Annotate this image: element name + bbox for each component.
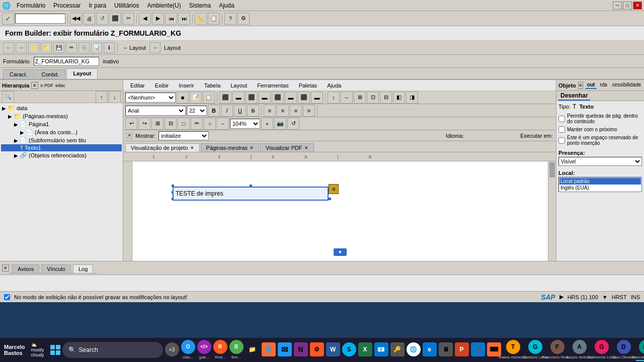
nav-back-button[interactable]: ←: [3, 42, 14, 53]
menu-ambiente[interactable]: Ambiente(U): [143, 1, 185, 10]
menu-tabela[interactable]: Tabela: [200, 81, 224, 89]
taskbar-plus-badge[interactable]: +3: [165, 339, 179, 361]
taskbar-icon-app7[interactable]: 🎧: [471, 339, 485, 361]
nav-forward-button[interactable]: →: [16, 42, 27, 53]
align-justify-button[interactable]: ≡: [303, 105, 315, 117]
next-button[interactable]: ▶: [152, 13, 164, 25]
dt1-align7[interactable]: ⬛: [298, 92, 310, 104]
dt1-btn2[interactable]: 📝: [190, 92, 202, 104]
dt1-btn3[interactable]: 📋: [203, 92, 215, 104]
dt1-align4[interactable]: ▬: [259, 92, 271, 104]
font-select[interactable]: Arial: [125, 106, 186, 116]
right-scrollbar[interactable]: [548, 161, 556, 261]
canvas-tab-close-1[interactable]: ✕: [250, 145, 254, 150]
hierarchy-close-button[interactable]: ✕: [31, 82, 38, 89]
layout2-button[interactable]: 📋: [208, 13, 220, 25]
dt1-btn1[interactable]: ■: [177, 92, 189, 104]
taskbar-icon-edge[interactable]: e: [423, 339, 437, 361]
dt1-send[interactable]: ◨: [406, 92, 418, 104]
up-button[interactable]: ↑: [96, 91, 108, 103]
tab-contxt[interactable]: Contxt.: [35, 69, 65, 79]
props-tab-acess[interactable]: cessibilidade: [610, 81, 643, 89]
zoom-select[interactable]: 104%: [230, 119, 260, 129]
canvas-content[interactable]: TESTE de impres ⚙ ▼: [132, 161, 548, 261]
log-tab-vinculo[interactable]: Vínculo: [41, 264, 71, 273]
log-tab-avisos[interactable]: Avisos: [12, 264, 39, 273]
tree-item-objetos[interactable]: ▶ 🔗 (Objetos referenciados): [1, 151, 122, 159]
taskbar-guilherme[interactable]: G Guilherme Lima: [592, 339, 612, 361]
taskbar-icon-powerpoint[interactable]: P: [455, 339, 469, 361]
tab-layout[interactable]: Layout: [66, 68, 98, 79]
checkbox-quebras-input[interactable]: [558, 116, 565, 122]
taskbar-user-otav[interactable]: O otav...: [181, 339, 195, 361]
scrollbar-thumb[interactable]: [549, 162, 555, 177]
nav-icon3[interactable]: 💾: [53, 42, 64, 53]
start-button[interactable]: [50, 341, 60, 359]
last-button[interactable]: ⏭: [178, 13, 190, 25]
mostrar-select[interactable]: initialize: [158, 131, 209, 140]
checkbox-espaco-input[interactable]: [558, 137, 565, 144]
props-tab-rda[interactable]: rda: [598, 81, 609, 89]
taskbar-icon-app6[interactable]: 🖥: [439, 339, 453, 361]
taskbar-icon-excel[interactable]: X: [358, 339, 372, 361]
log-close-button[interactable]: ✕: [2, 264, 9, 272]
nav-icon4[interactable]: ✏: [66, 42, 77, 53]
dt1-bring[interactable]: ◧: [393, 92, 405, 104]
fontsize-select[interactable]: 22: [187, 106, 207, 116]
tree-item-area[interactable]: ▶ 📄 (Área do conte...): [1, 128, 122, 136]
menu-ferramentas[interactable]: Ferramentas: [253, 81, 292, 89]
element-type-select[interactable]: <Nenhum>: [125, 93, 176, 103]
taskbar-icon-app2[interactable]: ✉: [278, 339, 292, 361]
stop-button[interactable]: ⬛: [109, 13, 121, 25]
scissors-button[interactable]: ✂: [122, 13, 134, 25]
canvas-tab-close-2[interactable]: ✕: [304, 145, 308, 150]
taskbar-icon-app1[interactable]: 🌐: [262, 339, 276, 361]
dt1-arrow[interactable]: ↕: [328, 92, 340, 104]
taskbar-icon-chrome[interactable]: 🌐: [407, 339, 421, 361]
tree-item-texto1[interactable]: T Texto1: [1, 144, 122, 151]
bold-button[interactable]: B: [208, 105, 220, 117]
menu-editar[interactable]: Editar: [126, 81, 149, 89]
dt1-align6[interactable]: ▬: [285, 92, 297, 104]
nav-icon5[interactable]: 📎: [78, 42, 90, 53]
prev-button[interactable]: ◀: [139, 13, 151, 25]
taskbar-user-bre[interactable]: B Bre...: [229, 339, 244, 361]
menu-formulario[interactable]: Formulário: [13, 1, 49, 10]
dt1-grid[interactable]: ⊞: [354, 92, 366, 104]
play-button[interactable]: ▶: [559, 294, 564, 300]
local-list[interactable]: Local padrão Inglês (EUA): [558, 177, 642, 192]
layout-btn[interactable]: →: [149, 42, 160, 53]
menu-sistema[interactable]: Sistema: [185, 1, 215, 10]
taskbar-davi[interactable]: D Davi Oliveira: [614, 339, 634, 361]
nav-icon2[interactable]: 📁: [41, 42, 52, 53]
search-icon-btn[interactable]: 🔍: [2, 91, 14, 103]
nav-icon7[interactable]: ℹ: [104, 42, 115, 53]
dt1-align3[interactable]: ⬛: [246, 92, 258, 104]
tree-item-paginas-mestras[interactable]: ▶ 📁 (Páginas-mestras): [1, 112, 122, 120]
presence-select[interactable]: Visível: [558, 157, 642, 166]
dt1-align2[interactable]: ▬: [232, 92, 245, 104]
log-tab-log[interactable]: Log: [73, 264, 93, 273]
taskbar-marcelo[interactable]: M Marcelo Bastos: [636, 339, 644, 361]
tree-item-data[interactable]: ▶ 📁 data: [1, 104, 122, 112]
italic-button[interactable]: I: [221, 105, 233, 117]
taskbar-icon-app5[interactable]: 🔑: [390, 339, 405, 361]
check-button[interactable]: ✓: [2, 13, 14, 25]
dt1-ungroup[interactable]: ⊟: [380, 92, 392, 104]
taskbar-icon-explorer[interactable]: 📁: [246, 339, 260, 361]
tree-item-subform[interactable]: ▶ 📄 (Subformulário sem titu: [1, 136, 122, 144]
strikethrough-button[interactable]: S: [247, 105, 259, 117]
tab-caract[interactable]: Caract.: [3, 69, 34, 79]
dt1-align5[interactable]: ⬛: [272, 92, 284, 104]
help-button[interactable]: ?: [224, 13, 236, 25]
hrs-dropdown[interactable]: ▼: [602, 294, 608, 300]
back-button[interactable]: ◀◀: [70, 13, 82, 25]
menu-processar[interactable]: Processar: [49, 1, 85, 10]
select-button[interactable]: □: [178, 118, 190, 130]
taskbar-icon-skype[interactable]: S: [342, 339, 356, 361]
minimize-button[interactable]: ─: [613, 2, 622, 10]
local-item-0[interactable]: Local padrão: [559, 178, 641, 185]
checkbox-manter-input[interactable]: [558, 126, 565, 133]
settings-button[interactable]: ⚙: [237, 13, 250, 25]
zoom-in-button[interactable]: +: [261, 118, 273, 130]
